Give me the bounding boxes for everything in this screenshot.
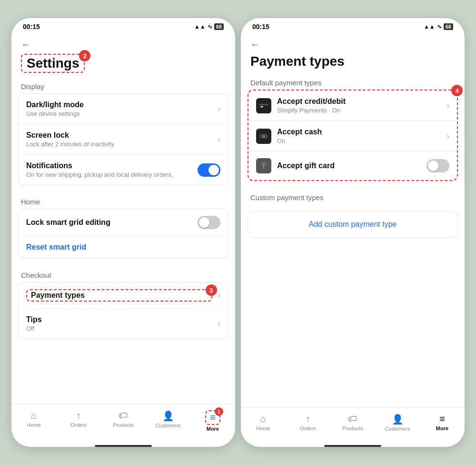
home-card: Lock smart grid editing Reset smart grid — [18, 209, 228, 259]
right-products-icon: 🏷 — [348, 414, 357, 425]
accept-gift-card-icon — [256, 158, 271, 173]
display-section-label: Display — [11, 77, 235, 93]
left-back-button[interactable]: ← — [21, 37, 30, 52]
left-scroll: Display Dark/light mode Use device setti… — [11, 77, 235, 404]
accept-credit-debit-subtitle: Shopify Payments · On — [277, 107, 443, 114]
payment-types-chevron: › — [218, 291, 220, 300]
lock-smart-grid-toggle-knob — [199, 217, 209, 228]
dark-light-content: Dark/light mode Use device settings — [26, 101, 214, 117]
left-nav-orders[interactable]: ↑ Orders — [56, 408, 101, 434]
accept-cash-item[interactable]: Accept cash On › — [248, 121, 457, 152]
left-battery: 68 — [214, 23, 224, 30]
reset-smart-grid-title: Reset smart grid — [26, 243, 220, 252]
notifications-title: Notifications — [26, 162, 198, 170]
right-page-title: Payment types — [250, 54, 345, 69]
svg-rect-8 — [263, 163, 264, 169]
left-orders-label: Orders — [70, 422, 87, 428]
tips-content: Tips Off — [26, 315, 214, 332]
right-nav-more[interactable]: ≡ More — [420, 412, 465, 434]
checkout-section-label: Checkout — [11, 265, 235, 282]
left-customers-label: Customers — [155, 423, 180, 428]
right-orders-label: Orders — [300, 425, 316, 431]
right-orders-icon: ↑ — [306, 414, 310, 425]
custom-payment-label: Custom payment types — [241, 188, 465, 204]
lock-smart-grid-title: Lock smart grid editing — [26, 218, 198, 227]
screen-lock-chevron: › — [218, 135, 220, 144]
left-nav-products[interactable]: 🏷 Products — [101, 408, 146, 434]
tips-subtitle: Off — [26, 325, 214, 332]
right-customers-icon: 👤 — [392, 414, 404, 425]
left-more-icon: ≡ — [210, 412, 216, 423]
accept-gift-card-toggle-knob — [428, 161, 438, 171]
left-home-label: Home — [27, 422, 40, 428]
dark-light-mode-item[interactable]: Dark/light mode Use device settings › — [19, 94, 228, 124]
right-header: ← — [241, 32, 465, 52]
payment-types-item[interactable]: Payment types 3 › — [19, 283, 228, 309]
left-products-label: Products — [113, 422, 133, 428]
notifications-content: Notifications On for new shipping, picku… — [26, 162, 198, 178]
svg-rect-2 — [260, 106, 263, 107]
left-title-area: Settings 2 — [11, 52, 235, 77]
add-custom-payment-btn[interactable]: Add custom payment type — [248, 211, 458, 238]
lock-smart-grid-toggle[interactable] — [198, 216, 220, 229]
tips-chevron: › — [218, 320, 220, 328]
right-more-label: More — [436, 425, 448, 431]
default-payment-label: Default payment types — [241, 73, 465, 90]
payment-types-title: Payment types — [31, 291, 208, 300]
notifications-toggle-knob — [208, 165, 219, 175]
right-nav-products[interactable]: 🏷 Products — [330, 412, 375, 434]
right-home-label: Home — [256, 425, 270, 431]
screen-lock-content: Screen lock Lock after 2 minutes of inac… — [26, 131, 214, 148]
left-home-indicator — [95, 445, 152, 447]
default-payment-dashed-wrapper: 4 Accept credit/debit Shopify — [248, 90, 458, 181]
left-nav-more[interactable]: ≡ 1 More — [190, 408, 235, 434]
accept-gift-card-item[interactable]: Accept gift card — [248, 152, 457, 180]
right-nav-orders[interactable]: ↑ Orders — [286, 412, 330, 434]
accept-credit-debit-title: Accept credit/debit — [277, 97, 443, 106]
right-battery: 68 — [444, 23, 453, 30]
badge-3: 3 — [206, 284, 217, 296]
lock-smart-grid-item[interactable]: Lock smart grid editing — [19, 209, 228, 236]
left-title-dashed: Settings 2 — [21, 54, 85, 73]
badge-1: 1 — [215, 407, 223, 416]
display-card: Dark/light mode Use device settings › Sc… — [18, 93, 228, 185]
right-title-area: Payment types — [241, 52, 465, 73]
right-back-button[interactable]: ← — [250, 37, 260, 52]
left-status-bar: 00:15 ▲▲ ∿ 68 — [11, 18, 235, 32]
left-page-title: Settings — [27, 56, 79, 71]
tips-item[interactable]: Tips Off › — [19, 309, 228, 339]
accept-gift-card-content: Accept gift card — [277, 162, 426, 170]
left-nav-customers[interactable]: 👤 Customers — [146, 408, 190, 434]
right-bottom-nav: ⌂ Home ↑ Orders 🏷 Products 👤 Customers ≡… — [241, 407, 465, 443]
notifications-subtitle: On for new shipping, pickup and local de… — [26, 171, 198, 178]
right-home-icon: ⌂ — [260, 414, 266, 425]
notifications-item[interactable]: Notifications On for new shipping, picku… — [19, 155, 228, 185]
svg-point-5 — [263, 135, 265, 137]
left-orders-icon: ↑ — [76, 410, 81, 421]
screen-lock-subtitle: Lock after 2 minutes of inactivity — [26, 141, 214, 148]
left-products-icon: 🏷 — [119, 410, 128, 421]
svg-rect-1 — [259, 104, 268, 105]
right-phone: 00:15 ▲▲ ∿ 68 ← Payment types Default pa… — [241, 18, 465, 447]
right-nav-customers[interactable]: 👤 Customers — [375, 412, 420, 434]
right-customers-label: Customers — [385, 426, 410, 432]
left-phone: 00:15 ▲▲ ∿ 68 ← Settings 2 Display — [11, 18, 235, 447]
left-nav-home[interactable]: ⌂ Home — [11, 408, 56, 434]
right-status-icons: ▲▲ ∿ 68 — [424, 23, 453, 30]
svg-rect-0 — [259, 102, 268, 109]
screen-lock-item[interactable]: Screen lock Lock after 2 minutes of inac… — [19, 124, 228, 155]
notifications-toggle[interactable] — [198, 163, 220, 177]
right-scroll: Default payment types 4 — [241, 73, 465, 407]
right-nav-home[interactable]: ⌂ Home — [241, 412, 286, 434]
right-wifi-icon: ∿ — [437, 23, 442, 30]
badge-2: 2 — [79, 50, 90, 61]
credit-debit-icon — [256, 98, 271, 113]
right-home-indicator — [324, 445, 381, 447]
reset-smart-grid-item[interactable]: Reset smart grid — [19, 236, 228, 258]
right-signal: ▲▲ — [424, 23, 435, 30]
right-products-label: Products — [342, 425, 363, 431]
accept-credit-debit-item[interactable]: Accept credit/debit Shopify Payments · O… — [248, 91, 457, 121]
accept-cash-subtitle: On — [277, 137, 443, 144]
accept-cash-content: Accept cash On — [277, 128, 443, 144]
accept-gift-card-toggle[interactable] — [426, 159, 449, 172]
